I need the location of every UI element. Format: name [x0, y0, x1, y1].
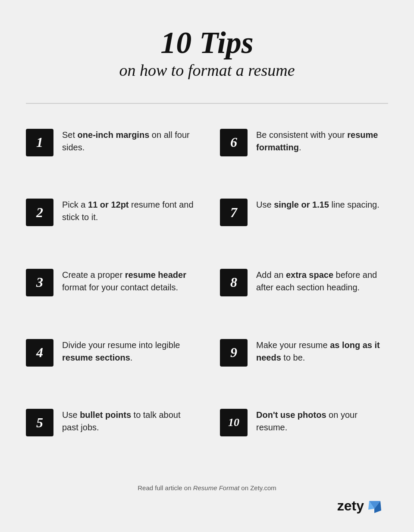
tip-item-10: 10 Don't use photos on your resume. — [220, 401, 388, 467]
tip-number-badge-2: 2 — [26, 199, 53, 226]
tip-text-8: Add an extra space before and after each… — [256, 269, 388, 294]
page-header: 10 Tips on how to format a resume — [119, 26, 295, 81]
tip-number-badge-8: 8 — [220, 269, 248, 296]
tip-text-6: Be consistent with your resume formattin… — [256, 129, 388, 154]
tip-number-badge-7: 7 — [220, 199, 248, 226]
tip-item-2: 2 Pick a 11 or 12pt resume font and stic… — [26, 191, 194, 257]
tips-grid: 1 Set one-inch margins on all four sides… — [26, 121, 388, 467]
tip-number-badge-6: 6 — [220, 129, 248, 156]
tip-item-3: 3 Create a proper resume header format f… — [26, 261, 194, 327]
main-title: 10 Tips — [119, 26, 295, 60]
tip-item-7: 7 Use single or 1.15 line spacing. — [220, 191, 388, 257]
tip-number-badge-9: 9 — [220, 339, 248, 367]
tip-item-6: 6 Be consistent with your resume formatt… — [220, 121, 388, 187]
zety-brand-text: zety — [337, 498, 364, 514]
tip-item-8: 8 Add an extra space before and after ea… — [220, 261, 388, 327]
footer: Read full article on Resume Format on Ze… — [26, 484, 388, 515]
zety-logo-icon — [366, 497, 384, 515]
tip-text-4: Divide your resume into legible resume s… — [62, 339, 194, 364]
tip-text-2: Pick a 11 or 12pt resume font and stick … — [62, 199, 194, 224]
footer-text: Read full article on Resume Format on Ze… — [26, 484, 388, 492]
tip-text-1: Set one-inch margins on all four sides. — [62, 129, 194, 154]
tip-text-3: Create a proper resume header format for… — [62, 269, 194, 294]
tip-text-9: Make your resume as long as it needs to … — [256, 339, 388, 364]
tip-number-badge-4: 4 — [26, 339, 53, 367]
tip-number-badge-10: 10 — [220, 409, 248, 436]
tip-number-badge-1: 1 — [26, 129, 53, 156]
header-divider — [26, 103, 388, 104]
tip-number-badge-5: 5 — [26, 409, 53, 436]
tip-text-7: Use single or 1.15 line spacing. — [256, 199, 380, 211]
zety-logo: zety — [26, 497, 388, 515]
tip-item-5: 5 Use bullet points to talk about past j… — [26, 401, 194, 467]
tip-number-badge-3: 3 — [26, 269, 53, 296]
main-subtitle: on how to format a resume — [119, 60, 295, 81]
tip-text-10: Don't use photos on your resume. — [256, 409, 388, 434]
tip-item-4: 4 Divide your resume into legible resume… — [26, 331, 194, 397]
tip-item-1: 1 Set one-inch margins on all four sides… — [26, 121, 194, 187]
tip-item-9: 9 Make your resume as long as it needs t… — [220, 331, 388, 397]
tip-text-5: Use bullet points to talk about past job… — [62, 409, 194, 434]
